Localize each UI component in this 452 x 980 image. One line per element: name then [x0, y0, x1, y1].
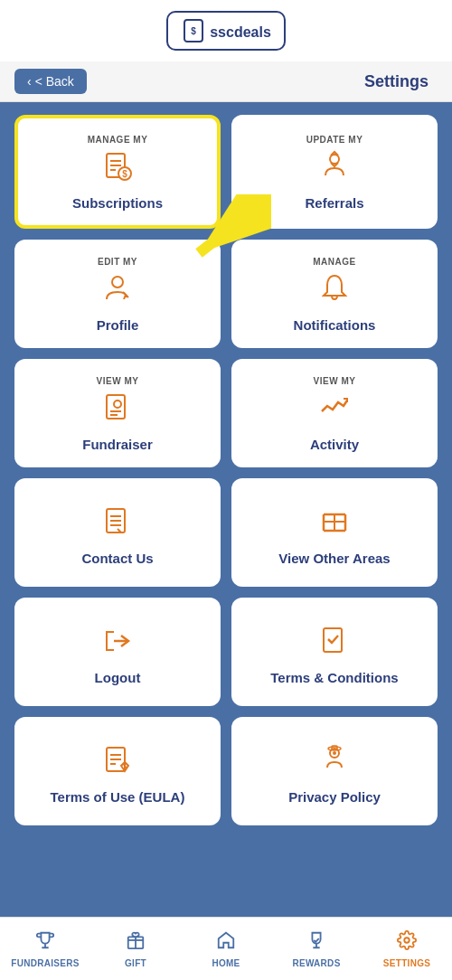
tile-label: Referrals — [305, 194, 363, 212]
tile-label: Activity — [310, 436, 359, 454]
areas-icon — [318, 505, 351, 542]
tab-gift[interactable]: GIFT — [90, 918, 181, 980]
tab-gift-label: GIFT — [125, 958, 146, 968]
tile-privacy-policy[interactable]: Privacy Policy — [231, 717, 438, 825]
tile-label: Logout — [95, 669, 141, 687]
tile-view-other-areas[interactable]: View Other Areas — [231, 478, 438, 587]
tile-view-activity[interactable]: VIEW MY Activity — [231, 359, 438, 467]
svg-point-35 — [333, 751, 336, 755]
trophy-icon — [35, 930, 55, 956]
tab-bar: FUNDRAISERS GIFT HOME REWARDS — [0, 917, 452, 980]
logo-coil: ～～～～ — [206, 5, 246, 18]
tab-rewards-label: REWARDS — [292, 958, 340, 968]
tab-settings-label: SETTINGS — [383, 958, 430, 968]
svg-point-43 — [404, 938, 410, 943]
logo-phone-icon: $ — [181, 18, 206, 43]
svg-line-11 — [124, 295, 126, 299]
tile-terms-of-use[interactable]: Terms of Use (EULA) — [14, 717, 221, 825]
gift-icon — [126, 930, 146, 956]
tile-label: Subscriptions — [72, 194, 163, 212]
tile-sub-label: UPDATE MY — [306, 135, 363, 145]
back-label: < Back — [35, 74, 74, 89]
tab-settings[interactable]: SETTINGS — [362, 918, 452, 980]
tile-sub-label: MANAGE — [313, 257, 355, 267]
activity-icon — [318, 391, 351, 429]
tile-label: Contact Us — [81, 550, 153, 568]
tile-label: Terms & Conditions — [270, 669, 398, 687]
svg-point-9 — [112, 277, 123, 287]
tile-label: View Other Areas — [278, 550, 390, 568]
tab-fundraisers-label: FUNDRAISERS — [11, 958, 80, 968]
tile-sub-label: VIEW MY — [97, 376, 139, 386]
referrals-icon — [318, 150, 351, 187]
logo-text: sscdeals — [210, 24, 271, 41]
eula-icon — [101, 744, 134, 781]
tile-sub-label: VIEW MY — [314, 376, 356, 386]
fundraiser-icon — [101, 391, 134, 429]
tile-label: Notifications — [294, 316, 376, 335]
logo: ～～～～ $ sscdeals — [166, 11, 286, 51]
tile-label: Terms of Use (EULA) — [51, 788, 185, 806]
subscriptions-icon: $ — [101, 150, 134, 187]
home-icon — [216, 930, 236, 956]
tile-terms-conditions[interactable]: Terms & Conditions — [231, 598, 438, 706]
tab-home-label: HOME — [212, 958, 240, 968]
svg-text:$: $ — [191, 26, 196, 36]
back-button[interactable]: ‹ < Back — [14, 69, 87, 94]
svg-text:$: $ — [122, 169, 127, 179]
tile-sub-label: MANAGE MY — [88, 135, 148, 145]
rewards-icon — [306, 930, 326, 956]
back-chevron-icon: ‹ — [27, 74, 32, 89]
tile-view-fundraiser[interactable]: VIEW MY Fundraiser — [14, 359, 221, 467]
settings-grid: MANAGE MY $ Subscriptions UPDATE MY Refe… — [0, 102, 452, 838]
tile-sub-label: EDIT MY — [98, 257, 137, 267]
logout-icon — [101, 625, 134, 662]
profile-icon — [101, 272, 134, 309]
tile-edit-profile[interactable]: EDIT MY Profile — [14, 240, 221, 348]
tab-rewards[interactable]: REWARDS — [271, 918, 362, 980]
app-header: ～～～～ $ sscdeals — [0, 0, 452, 61]
privacy-icon — [318, 744, 351, 781]
tile-manage-notifications[interactable]: MANAGE Notifications — [231, 240, 438, 348]
tab-home[interactable]: HOME — [181, 918, 271, 980]
gear-icon — [397, 930, 417, 956]
svg-point-13 — [114, 400, 121, 408]
tile-contact-us[interactable]: Contact Us — [14, 478, 221, 587]
tile-manage-subscriptions[interactable]: MANAGE MY $ Subscriptions — [14, 115, 221, 229]
tile-label: Profile — [97, 316, 139, 335]
tile-logout[interactable]: Logout — [14, 598, 221, 706]
contact-icon — [101, 505, 134, 542]
tile-label: Privacy Policy — [288, 788, 381, 806]
tab-fundraisers[interactable]: FUNDRAISERS — [0, 918, 90, 980]
terms-icon — [318, 625, 351, 662]
tile-update-referrals[interactable]: UPDATE MY Referrals — [231, 115, 438, 229]
notifications-icon — [318, 272, 351, 309]
tile-label: Fundraiser — [82, 436, 153, 454]
page-title: Settings — [364, 72, 428, 91]
nav-bar: ‹ < Back Settings — [0, 61, 452, 102]
